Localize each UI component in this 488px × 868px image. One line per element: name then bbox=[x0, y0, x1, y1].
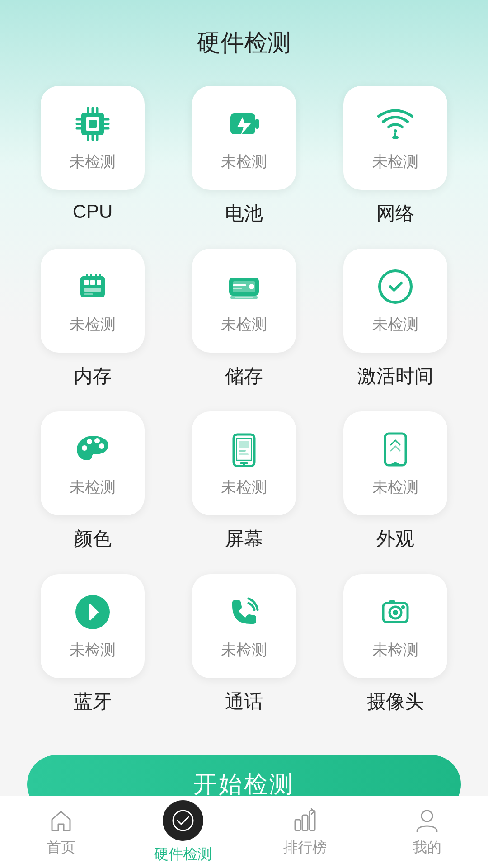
svg-rect-25 bbox=[84, 293, 93, 295]
network-label: 网络 bbox=[376, 201, 414, 226]
grid-row-4: 未检测 蓝牙 未检测 通话 bbox=[27, 574, 461, 714]
wifi-icon bbox=[375, 104, 416, 144]
svg-rect-22 bbox=[90, 280, 95, 285]
svg-point-67 bbox=[422, 811, 432, 821]
cell-storage[interactable]: 未检测 储存 bbox=[178, 249, 310, 389]
battery-status: 未检测 bbox=[221, 151, 267, 172]
memory-icon bbox=[72, 266, 113, 307]
cell-network[interactable]: 未检测 网络 bbox=[330, 86, 461, 226]
svg-rect-19 bbox=[392, 136, 399, 139]
bottom-navigation: 首页 硬件检测 排行榜 我的 bbox=[0, 796, 488, 868]
svg-rect-61 bbox=[389, 600, 395, 604]
icon-card-cpu: 未检测 bbox=[41, 86, 145, 190]
battery-icon bbox=[224, 104, 264, 144]
svg-rect-48 bbox=[239, 441, 249, 448]
color-status: 未检测 bbox=[70, 477, 116, 498]
screen-label: 屏幕 bbox=[225, 526, 263, 552]
memory-status: 未检测 bbox=[70, 314, 116, 335]
svg-rect-49 bbox=[239, 450, 246, 452]
svg-rect-36 bbox=[235, 297, 253, 298]
cell-cpu[interactable]: 未检测 CPU bbox=[27, 86, 158, 226]
cpu-label: CPU bbox=[73, 201, 113, 222]
camera-label: 摄像头 bbox=[367, 689, 424, 714]
icon-card-screen: 未检测 bbox=[192, 411, 296, 515]
bluetooth-status: 未检测 bbox=[70, 640, 116, 660]
icon-card-network: 未检测 bbox=[343, 86, 447, 190]
svg-point-62 bbox=[401, 605, 405, 609]
svg-rect-24 bbox=[84, 288, 101, 292]
icon-card-memory: 未检测 bbox=[41, 249, 145, 353]
bluetooth-label: 蓝牙 bbox=[74, 689, 112, 714]
memory-label: 内存 bbox=[74, 363, 112, 389]
cell-activation[interactable]: 未检测 激活时间 bbox=[330, 249, 461, 389]
nav-item-home[interactable]: 首页 bbox=[16, 807, 106, 858]
nav-label-mine: 我的 bbox=[413, 838, 441, 858]
palette-icon bbox=[72, 429, 113, 470]
cell-camera[interactable]: 未检测 摄像头 bbox=[330, 574, 461, 714]
icon-card-appearance: 未检测 bbox=[343, 411, 447, 515]
storage-status: 未检测 bbox=[221, 314, 267, 335]
cell-memory[interactable]: 未检测 内存 bbox=[27, 249, 158, 389]
cell-bluetooth[interactable]: 未检测 蓝牙 bbox=[27, 574, 158, 714]
screen-status: 未检测 bbox=[221, 477, 267, 498]
svg-point-32 bbox=[249, 284, 254, 289]
storage-label: 储存 bbox=[225, 363, 263, 389]
svg-point-40 bbox=[94, 438, 100, 443]
cell-call[interactable]: 未检测 通话 bbox=[178, 574, 310, 714]
nav-active-bg bbox=[163, 800, 203, 841]
camera-status: 未检测 bbox=[372, 640, 418, 660]
nav-label-home: 首页 bbox=[47, 838, 75, 858]
svg-point-39 bbox=[87, 439, 92, 444]
cpu-icon bbox=[72, 104, 113, 144]
svg-point-54 bbox=[394, 462, 397, 465]
icon-card-color: 未检测 bbox=[41, 411, 145, 515]
icon-card-call: 未检测 bbox=[192, 574, 296, 678]
network-status: 未检测 bbox=[372, 151, 418, 172]
nav-item-ranking[interactable]: 排行榜 bbox=[260, 807, 350, 858]
cell-battery[interactable]: 未检测 电池 bbox=[178, 86, 310, 226]
grid-row-2: 未检测 内存 未检测 储存 bbox=[27, 249, 461, 389]
call-label: 通话 bbox=[225, 689, 263, 714]
svg-rect-16 bbox=[255, 119, 259, 129]
clock-check-icon bbox=[375, 266, 416, 307]
activation-status: 未检测 bbox=[372, 314, 418, 335]
svg-point-38 bbox=[82, 445, 87, 451]
icon-card-bluetooth: 未检测 bbox=[41, 574, 145, 678]
cell-screen[interactable]: 未检测 屏幕 bbox=[178, 411, 310, 552]
svg-point-51 bbox=[243, 462, 245, 465]
icon-card-storage: 未检测 bbox=[192, 249, 296, 353]
svg-point-41 bbox=[99, 443, 104, 449]
call-status: 未检测 bbox=[221, 640, 267, 660]
nav-label-hardware: 硬件检测 bbox=[154, 844, 212, 864]
svg-rect-28 bbox=[95, 274, 97, 278]
svg-rect-26 bbox=[86, 274, 88, 278]
cell-color[interactable]: 未检测 颜色 bbox=[27, 411, 158, 552]
nav-item-hardware[interactable]: 硬件检测 bbox=[138, 800, 228, 864]
icon-card-activation: 未检测 bbox=[343, 249, 447, 353]
camera-icon bbox=[375, 592, 416, 632]
phone-icon bbox=[224, 592, 264, 632]
svg-rect-34 bbox=[233, 288, 242, 289]
svg-rect-29 bbox=[99, 274, 101, 278]
svg-point-37 bbox=[380, 271, 411, 302]
svg-rect-27 bbox=[90, 274, 92, 278]
appearance-label: 外观 bbox=[376, 526, 414, 552]
svg-rect-33 bbox=[233, 284, 246, 286]
mine-icon bbox=[413, 807, 441, 834]
bluetooth-icon bbox=[72, 592, 113, 632]
nav-item-mine[interactable]: 我的 bbox=[382, 807, 472, 858]
icon-card-camera: 未检测 bbox=[343, 574, 447, 678]
svg-point-63 bbox=[173, 811, 193, 830]
ranking-icon bbox=[291, 807, 319, 834]
svg-rect-50 bbox=[239, 453, 249, 455]
svg-point-60 bbox=[393, 610, 398, 615]
grid-container: 未检测 CPU 未检测 电池 bbox=[27, 86, 461, 755]
cell-appearance[interactable]: 未检测 外观 bbox=[330, 411, 461, 552]
color-label: 颜色 bbox=[74, 526, 112, 552]
grid-row-3: 未检测 颜色 未检测 屏幕 bbox=[27, 411, 461, 552]
hardware-detect-icon bbox=[169, 807, 197, 834]
svg-rect-65 bbox=[302, 815, 308, 830]
page-title: 硬件检测 bbox=[197, 27, 291, 59]
screen-icon bbox=[224, 429, 264, 470]
appearance-status: 未检测 bbox=[372, 477, 418, 498]
